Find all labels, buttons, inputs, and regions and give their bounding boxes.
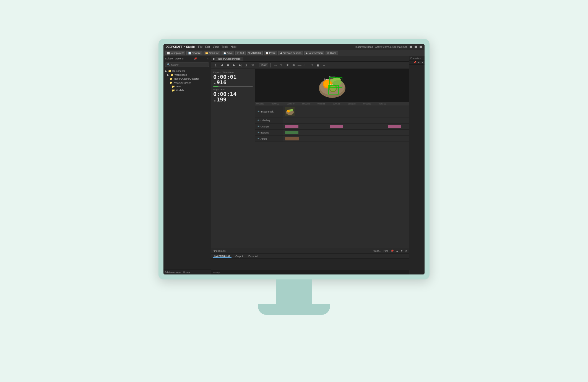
chevron-up-icon[interactable]: ▲ xyxy=(396,250,398,252)
menu-file[interactable]: File xyxy=(198,45,202,48)
eye-icon-banana[interactable]: 👁 xyxy=(257,131,259,134)
find-button[interactable]: Find xyxy=(384,250,389,252)
event-log-tab[interactable]: Event log (11) xyxy=(213,255,231,258)
track-name-apple: Apple xyxy=(261,137,267,140)
menu-help[interactable]: Help xyxy=(231,45,236,48)
cut-button[interactable]: ✂ Cut xyxy=(235,51,246,55)
pin-icon[interactable]: 📌 xyxy=(391,250,394,252)
track-name-labeling: Labeling xyxy=(261,119,270,122)
sidebar-title: Solution explorer xyxy=(165,57,184,60)
tree-item-models[interactable]: 📁 Models xyxy=(163,88,211,92)
file-tree: ▶ 📁 Documents ▶ 📁 Workspace 📁 IndoorOutd… xyxy=(163,68,211,270)
duplicate-button[interactable]: ⧉ Duplicate xyxy=(247,51,263,55)
play-button[interactable]: ▶ xyxy=(231,63,236,68)
new-file-button[interactable]: 📄 New file xyxy=(186,51,202,55)
tree-item-workspace[interactable]: ▶ 📁 Workspace xyxy=(163,73,211,77)
step-forward-button[interactable]: ▶| xyxy=(238,63,243,68)
segment-banana-1[interactable] xyxy=(285,131,298,134)
tree-item-indooroutdoor[interactable]: 📁 IndoorOutdoorDetector xyxy=(163,77,211,81)
track-content-orange xyxy=(283,124,409,129)
bottom-tabs: Event log (11) Output Error list xyxy=(211,254,409,259)
progress-bar-fill xyxy=(213,86,218,87)
props-button[interactable]: Props... xyxy=(373,250,381,252)
title-bar: DEEPCRAFT™ Studio File Edit View Tools H… xyxy=(163,44,425,50)
output-tab[interactable]: Output xyxy=(234,255,244,258)
menu-view[interactable]: View xyxy=(213,45,219,48)
length-time: 0:00:14 .199 xyxy=(213,91,253,102)
playhead-banana xyxy=(283,130,283,135)
monitor-screen: DEEPCRAFT™ Studio File Edit View Tools H… xyxy=(163,44,425,274)
eye-icon-orange[interactable]: 👁 xyxy=(257,125,259,128)
elapsed-label: Elapsed / Timestamp xyxy=(213,71,253,74)
track-header-orange: 👁 Orange xyxy=(255,124,283,129)
add-tool[interactable]: + xyxy=(321,63,326,68)
bottom-section: Event log (11) Output Error list xyxy=(211,253,409,270)
box-tool[interactable]: ▣ xyxy=(315,63,320,68)
tree-item-documents[interactable]: ▶ 📁 Documents xyxy=(163,69,211,73)
maximize-button[interactable] xyxy=(415,46,417,48)
status-bar: Ready xyxy=(211,270,409,274)
fast-forward-button[interactable]: ⟫ xyxy=(244,63,249,68)
menu-tools[interactable]: Tools xyxy=(222,45,228,48)
track-orange: 👁 Orange xyxy=(255,124,409,130)
save-button[interactable]: 💾 Save xyxy=(222,51,234,55)
cursor-tool[interactable]: ↖ xyxy=(279,63,284,68)
segment-orange-3[interactable] xyxy=(388,125,401,128)
step-back-button[interactable]: ◀ xyxy=(219,63,224,68)
playhead-image xyxy=(283,106,283,117)
chevron-down-icon[interactable]: ▼ xyxy=(400,250,403,252)
rewind-button[interactable]: ⟪ xyxy=(213,63,218,68)
close-button[interactable] xyxy=(420,46,422,48)
video-preview: Orange Banana 1 Apple 1 xyxy=(255,69,409,102)
track-header-apple: 👁 Apple xyxy=(255,136,283,142)
pan-tool[interactable]: ⟺ xyxy=(297,63,302,68)
select-tool[interactable]: ▭ xyxy=(273,63,278,68)
close-session-button[interactable]: ✕ Close xyxy=(326,51,338,55)
paste-button[interactable]: 📋 Paste xyxy=(264,51,277,55)
properties-pin-icon[interactable]: 📌 xyxy=(413,61,417,64)
active-tab[interactable]: IndoorOutdoor.improj xyxy=(215,57,243,61)
close-find-icon[interactable]: ✕ xyxy=(405,250,407,252)
solution-explorer-tab[interactable]: Solution explorer xyxy=(165,271,181,273)
properties-header: Properties xyxy=(409,56,425,61)
track-name-banana: Banana xyxy=(261,131,269,134)
video-area: Orange Banana 1 Apple 1 xyxy=(255,69,409,248)
zoom-tool[interactable]: ⊕ xyxy=(291,63,296,68)
sidebar-bottom-tabs: Solution explorer History xyxy=(163,270,211,274)
tree-item-keywordspotter[interactable]: 📁 KeywordSpotter xyxy=(163,81,211,85)
zoom-level[interactable]: 100% xyxy=(259,63,268,67)
menu-edit[interactable]: Edit xyxy=(205,45,210,48)
error-list-tab[interactable]: Error list xyxy=(247,255,259,258)
properties-chevron-icon[interactable]: ▼ xyxy=(418,61,420,64)
next-session-button[interactable]: ▶ Next session xyxy=(304,51,324,55)
segment-orange-1[interactable] xyxy=(285,125,298,128)
move-tool[interactable]: ✥ xyxy=(285,63,290,68)
eye-icon-image[interactable]: 👁 xyxy=(257,110,259,113)
svg-point-7 xyxy=(330,85,336,91)
fit-tool[interactable]: ⟵ xyxy=(303,63,308,68)
open-file-button[interactable]: 📂 Open file xyxy=(204,51,221,55)
stop-button[interactable]: ⏹ xyxy=(225,63,230,68)
track-content-banana xyxy=(283,130,409,135)
loop-button[interactable]: ⟲ xyxy=(250,63,255,68)
eye-icon-apple[interactable]: 👁 xyxy=(257,137,259,140)
cloud-label: Imagimob Cloud xyxy=(355,46,373,48)
playhead-apple xyxy=(283,136,283,142)
grid-tool[interactable]: ⊞ xyxy=(309,63,314,68)
previous-session-button[interactable]: ◀ Previous session xyxy=(278,51,303,55)
track-header-image: 👁 Image track xyxy=(255,106,283,117)
segment-apple-1[interactable] xyxy=(285,137,299,140)
history-tab[interactable]: History xyxy=(183,271,190,273)
elapsed-time: 0:00:01 .916 xyxy=(213,74,253,85)
sidebar-close-icon[interactable]: ✕ xyxy=(207,57,209,60)
minimize-button[interactable] xyxy=(410,46,412,48)
track-thumbnail-image xyxy=(285,107,295,116)
sidebar-pin-icon[interactable]: 📌 xyxy=(194,57,197,60)
properties-close-icon[interactable]: ✕ xyxy=(421,61,423,64)
segment-orange-2[interactable] xyxy=(330,125,343,128)
eye-icon-labeling[interactable]: 👁 xyxy=(257,119,259,122)
new-project-button[interactable]: ⬜ New project xyxy=(165,51,185,55)
search-box[interactable]: 🔍 Search xyxy=(165,62,209,67)
fruit-bowl-image: Orange Banana 1 Apple 1 xyxy=(317,72,347,99)
tree-item-data[interactable]: 📁 Data xyxy=(163,85,211,88)
